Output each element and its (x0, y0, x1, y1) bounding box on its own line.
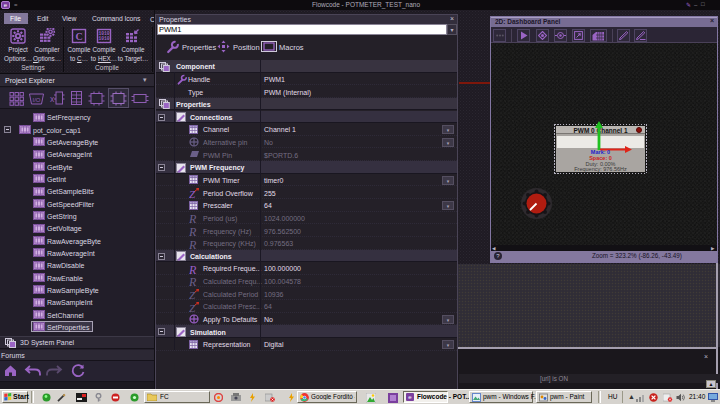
svg-text:C: C (75, 31, 82, 42)
svg-text:R: R (189, 226, 197, 237)
svg-text:1010: 1010 (98, 36, 109, 41)
svg-text:R: R (189, 264, 197, 275)
svg-text:Z: Z (189, 302, 196, 313)
svg-text:R: R (189, 239, 197, 250)
svg-text:I/O: I/O (32, 97, 40, 103)
svg-text:R: R (189, 276, 197, 287)
svg-text:Z: Z (189, 289, 196, 300)
svg-text:Z: Z (189, 188, 196, 199)
svg-text:R: R (189, 213, 197, 224)
